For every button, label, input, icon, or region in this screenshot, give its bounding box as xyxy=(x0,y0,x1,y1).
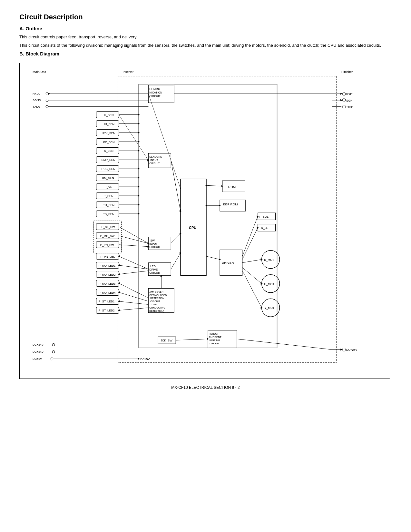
svg-text:DC+24V: DC+24V xyxy=(33,350,44,353)
svg-marker-188 xyxy=(340,349,342,350)
svg-point-105 xyxy=(46,105,48,108)
svg-line-170 xyxy=(242,268,262,284)
svg-text:P_ST_SW: P_ST_SW xyxy=(102,225,115,229)
svg-line-154 xyxy=(171,234,181,243)
svg-point-102 xyxy=(46,99,48,102)
footer-text: MX-CF10 ELECTRICAL SECTION 9 - 2 xyxy=(171,385,240,390)
svg-text:H_SEN: H_SEN xyxy=(104,113,114,117)
svg-point-192 xyxy=(52,343,55,346)
svg-line-146 xyxy=(119,292,149,301)
svg-marker-181 xyxy=(340,99,342,101)
svg-line-136 xyxy=(119,245,149,247)
svg-text:DRIVER: DRIVER xyxy=(222,261,234,264)
svg-text:REG_SEN: REG_SEN xyxy=(102,167,115,171)
svg-text:COMMU-: COMMU- xyxy=(149,87,161,91)
svg-text:Finisher: Finisher xyxy=(341,70,353,74)
svg-text:TXD1: TXD1 xyxy=(346,105,354,109)
svg-text:Inserter: Inserter xyxy=(123,70,134,74)
svg-text:EMP_SEN: EMP_SEN xyxy=(102,158,115,162)
svg-text:INRUSH: INRUSH xyxy=(210,332,220,335)
svg-text:P_MO_LED2: P_MO_LED2 xyxy=(99,273,116,276)
svg-text:OPEN/CLOSED: OPEN/CLOSED xyxy=(149,294,167,297)
svg-text:DC+5V: DC+5V xyxy=(33,357,42,360)
svg-text:EEP ROM: EEP ROM xyxy=(223,202,238,206)
svg-text:P_MO_SW: P_MO_SW xyxy=(100,234,115,238)
svg-point-194 xyxy=(52,350,55,353)
svg-line-172 xyxy=(242,271,262,308)
svg-text:NICATION: NICATION xyxy=(149,91,162,94)
svg-text:INPUT: INPUT xyxy=(150,159,158,162)
svg-line-135 xyxy=(119,236,149,243)
svg-line-107 xyxy=(119,115,149,161)
svg-text:TH_SEN: TH_SEN xyxy=(103,203,114,207)
footer: MX-CF10 ELECTRICAL SECTION 9 - 2 xyxy=(19,385,392,390)
svg-text:TIM_SEN: TIM_SEN xyxy=(102,176,114,180)
svg-point-98 xyxy=(46,93,48,95)
svg-marker-177 xyxy=(340,93,342,95)
subsection-b-title: B. Block Diagram xyxy=(19,51,392,56)
svg-text:CONDUCTIVE: CONDUCTIVE xyxy=(149,306,165,309)
svg-text:SGND: SGND xyxy=(33,99,41,102)
svg-text:R_CL: R_CL xyxy=(261,226,269,230)
svg-text:RXD0: RXD0 xyxy=(33,92,40,95)
svg-marker-198 xyxy=(138,358,140,360)
svg-line-144 xyxy=(119,283,149,298)
svg-text:LED: LED xyxy=(150,265,155,268)
block-diagram: Main Unit Inserter Finisher CPU ROM EEP … xyxy=(19,63,390,379)
svg-text:CIRCUIT: CIRCUIT xyxy=(149,162,160,165)
svg-line-133 xyxy=(119,227,149,243)
section-header: Circuit Description A. Outline This circ… xyxy=(19,13,392,56)
svg-line-209 xyxy=(148,94,181,189)
svg-line-156 xyxy=(206,185,222,186)
svg-line-162 xyxy=(206,256,220,260)
svg-text:LIMITING: LIMITING xyxy=(209,339,220,342)
svg-text:T_SEN: T_SEN xyxy=(104,194,113,198)
svg-text:CPU: CPU xyxy=(189,226,196,230)
svg-text:JCK_SW: JCK_SW xyxy=(161,339,172,342)
svg-text:DC+24V: DC+24V xyxy=(33,343,44,346)
svg-text:K_MOT: K_MOT xyxy=(264,258,274,261)
svg-point-185 xyxy=(342,105,346,108)
circuit-svg: Main Unit Inserter Finisher CPU ROM EEP … xyxy=(23,66,387,375)
svg-text:RXD1: RXD1 xyxy=(346,93,354,96)
svg-text:TS_SEN: TS_SEN xyxy=(103,212,114,216)
svg-text:TXD0: TXD0 xyxy=(33,105,40,108)
svg-text:SW: SW xyxy=(150,239,155,242)
svg-text:ROM: ROM xyxy=(228,185,236,189)
svg-line-207 xyxy=(171,253,181,269)
svg-text:INPUT: INPUT xyxy=(149,242,157,245)
svg-point-189 xyxy=(342,348,346,351)
svg-text:SENSORS: SENSORS xyxy=(149,155,162,158)
svg-line-152 xyxy=(171,160,181,211)
svg-text:DC+24V: DC+24V xyxy=(346,348,357,351)
svg-rect-3 xyxy=(118,76,337,362)
svg-line-164 xyxy=(242,216,258,256)
svg-text:CIRCUIT: CIRCUIT xyxy=(149,271,160,274)
svg-text:P_PN_LED: P_PN_LED xyxy=(101,255,115,258)
svg-text:P_ST_LED1: P_ST_LED1 xyxy=(99,300,115,303)
svg-marker-100 xyxy=(48,93,50,95)
svg-text:T_VR: T_VR xyxy=(105,185,113,189)
svg-text:(24V: (24V xyxy=(152,303,157,306)
svg-text:HI_SEN: HI_SEN xyxy=(104,123,114,126)
svg-line-150 xyxy=(119,308,149,310)
svg-line-142 xyxy=(119,271,149,274)
svg-text:P_MO_LED1: P_MO_LED1 xyxy=(99,264,116,267)
section-title: Circuit Description xyxy=(19,13,392,21)
svg-text:DETECTION): DETECTION) xyxy=(149,310,164,312)
paragraph-2: This circuit consists of the following d… xyxy=(19,42,392,49)
svg-text:JAM COVER: JAM COVER xyxy=(149,291,163,293)
svg-text:P_MO_LED3: P_MO_LED3 xyxy=(99,282,116,285)
svg-text:Y_MOT: Y_MOT xyxy=(265,306,275,310)
svg-text:CIRCUIT: CIRCUIT xyxy=(149,94,160,98)
svg-text:DRIVE: DRIVE xyxy=(149,268,158,271)
svg-line-202 xyxy=(176,339,208,340)
svg-text:DC+5V: DC+5V xyxy=(140,358,150,361)
svg-text:KC_SEN: KC_SEN xyxy=(103,141,115,144)
subsection-a-title: A. Outline xyxy=(19,26,392,31)
svg-text:SGN: SGN xyxy=(346,99,352,102)
svg-text:P_ST_LED2: P_ST_LED2 xyxy=(99,309,115,312)
svg-point-182 xyxy=(342,99,346,102)
svg-text:HYK_SEN: HYK_SEN xyxy=(102,132,115,135)
svg-text:P_PN_SW: P_PN_SW xyxy=(100,243,114,247)
